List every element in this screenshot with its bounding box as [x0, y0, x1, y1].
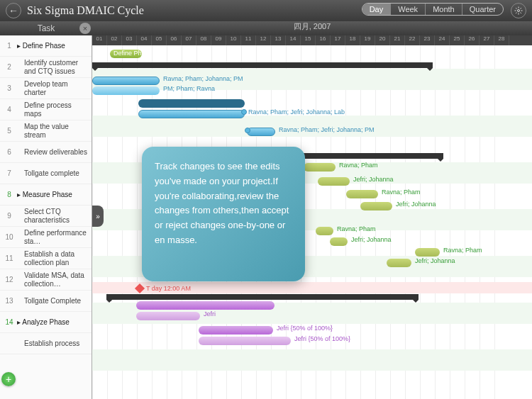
row-label: Review deliverables: [16, 148, 89, 157]
gantt-bar[interactable]: [199, 337, 291, 345]
row-number: 3: [3, 84, 16, 92]
day-cell: 22: [405, 35, 420, 45]
collapse-icon[interactable]: ▼: [108, 296, 114, 303]
bar-label: Jefri; Johanna: [396, 201, 436, 208]
day-cell: 16: [316, 35, 331, 45]
bar-label: Ravna; Pham; Jefri; Johanna; PM: [279, 126, 375, 133]
dependency-dot: [241, 109, 247, 115]
bar-label: Ravna; Pham: [337, 225, 376, 232]
gantt-bar[interactable]: [316, 227, 333, 235]
task-row[interactable]: 3Develop team charter: [0, 78, 92, 99]
settings-button[interactable]: [511, 3, 526, 18]
view-week[interactable]: Week: [391, 4, 426, 15]
day-cell: 03: [122, 35, 137, 45]
expand-sidebar-button[interactable]: »: [92, 206, 104, 227]
collapse-icon[interactable]: ▼: [92, 64, 99, 71]
bar-label: T day 12:00 AM: [146, 285, 191, 292]
task-row[interactable]: 2Identify customer and CTQ issues: [0, 57, 92, 78]
row-number: 12: [3, 276, 16, 283]
row-label: Tollgate Complete: [16, 297, 89, 305]
view-month[interactable]: Month: [426, 4, 462, 15]
row-label: Define performance sta…: [16, 229, 89, 246]
dependency-dot: [245, 128, 250, 133]
bar-label: Ravna; Pham: [339, 162, 378, 169]
svg-point-0: [518, 10, 520, 12]
day-cell: 08: [196, 35, 211, 45]
add-task-button[interactable]: +: [1, 372, 16, 386]
gantt-bar[interactable]: [138, 110, 245, 118]
bar-label: Jefri; Johanna: [351, 236, 392, 243]
gantt-bar[interactable]: [360, 202, 392, 210]
row-label: Map the value stream: [16, 123, 89, 140]
task-row[interactable]: 7Tollgate complete: [0, 163, 92, 184]
task-row[interactable]: 14▸ Analyze Phase: [0, 312, 92, 333]
view-quarter[interactable]: Quarter: [462, 4, 503, 15]
gantt-bar[interactable]: [415, 248, 440, 257]
close-task-panel[interactable]: ×: [79, 23, 91, 34]
task-row[interactable]: 9Select CTQ characteristics: [0, 206, 92, 227]
task-row[interactable]: 13Tollgate Complete: [0, 291, 92, 312]
bar-label: Ravna; Pham; Johanna; PM: [163, 75, 243, 82]
row-label: Establish process: [16, 339, 89, 348]
task-row[interactable]: 10Define performance sta…: [0, 227, 92, 248]
row-label: Select CTQ characteristics: [16, 208, 89, 225]
task-row[interactable]: Establish process: [0, 333, 92, 354]
info-popup[interactable]: Track changes to see the edits you've ma…: [142, 147, 305, 281]
gantt-bar[interactable]: [138, 99, 245, 108]
gantt-bar[interactable]: [318, 177, 350, 186]
task-row[interactable]: 4Define process maps: [0, 99, 92, 120]
bar-label: PM; Pham; Ravna: [163, 85, 215, 92]
gantt-bar[interactable]: [304, 163, 336, 172]
view-day[interactable]: Day: [362, 4, 392, 15]
day-cell: 25: [450, 35, 465, 45]
row-number: 14: [3, 318, 16, 326]
day-cell: 11: [241, 35, 256, 45]
task-row[interactable]: 11Establish a data collection plan: [0, 248, 92, 269]
row-number: 9: [3, 212, 16, 220]
date-range-label: 四月, 2007: [92, 21, 532, 35]
summary-bar[interactable]: [106, 294, 419, 300]
bar-label: Jefri; Johanna: [415, 257, 455, 264]
gantt-bar[interactable]: [92, 77, 160, 85]
day-cell: 26: [465, 35, 480, 45]
gantt-bar[interactable]: [346, 190, 378, 198]
day-cell: 23: [420, 35, 435, 45]
back-button[interactable]: ←: [6, 3, 21, 18]
bar-label: Define Phase: [113, 50, 152, 57]
task-column-header: Task ×: [0, 21, 92, 35]
row-number: 10: [3, 233, 16, 241]
row-label: ▸ Measure Phase: [16, 191, 89, 199]
task-row[interactable]: 8▸ Measure Phase: [0, 184, 92, 206]
gantt-bar[interactable]: [387, 259, 411, 267]
gantt-bar[interactable]: [330, 237, 348, 246]
row-number: 8: [3, 191, 16, 198]
task-row[interactable]: 6Review deliverables: [0, 142, 92, 163]
day-cell: 13: [271, 35, 286, 45]
task-row[interactable]: 5Map the value stream: [0, 120, 92, 142]
task-row[interactable]: 12Validate MSA, data collection…: [0, 269, 92, 291]
summary-bar[interactable]: [92, 62, 433, 68]
gantt-bar[interactable]: [247, 128, 275, 136]
bar-label: Ravna; Pham: [382, 189, 421, 196]
gantt-bar[interactable]: [92, 86, 160, 95]
task-row[interactable]: 1▸ Define Phase: [0, 35, 92, 57]
row-number: 6: [3, 148, 16, 156]
bar-label: Jefri; Johanna: [353, 176, 394, 183]
day-cell: 01: [92, 35, 107, 45]
row-number: 7: [3, 169, 16, 177]
row-number: 5: [3, 127, 16, 135]
day-cell: 27: [480, 35, 494, 45]
row-label: Develop team charter: [16, 80, 89, 97]
day-cell: 19: [360, 35, 375, 45]
day-cell: 18: [345, 35, 360, 45]
row-number: 2: [3, 63, 16, 71]
row-label: ▸ Analyze Phase: [16, 318, 89, 327]
task-list[interactable]: 1▸ Define Phase2Identify customer and CT…: [0, 35, 92, 399]
day-cell: 07: [182, 35, 196, 45]
bar-label: Jefri {50% of 100%}: [277, 325, 333, 332]
row-label: Define process maps: [16, 101, 89, 118]
day-cell: 06: [167, 35, 182, 45]
gantt-bar[interactable]: [199, 326, 273, 335]
gantt-bar[interactable]: [136, 312, 200, 320]
gantt-bar[interactable]: [136, 301, 275, 310]
